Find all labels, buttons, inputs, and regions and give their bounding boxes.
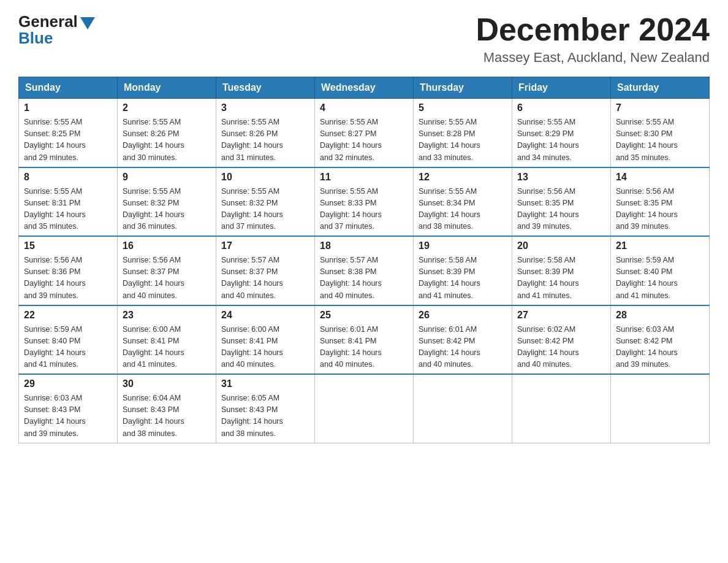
day-info: Sunrise: 5:58 AMSunset: 8:39 PMDaylight:… [517, 256, 579, 299]
day-info: Sunrise: 5:56 AMSunset: 8:36 PMDaylight:… [24, 256, 86, 299]
calendar-cell: 4 Sunrise: 5:55 AMSunset: 8:27 PMDayligh… [315, 99, 414, 167]
day-number: 18 [320, 240, 408, 251]
day-number: 28 [616, 310, 704, 321]
calendar-cell [611, 374, 710, 443]
day-number: 13 [517, 172, 605, 183]
day-number: 4 [320, 102, 408, 113]
day-info: Sunrise: 5:55 AMSunset: 8:32 PMDaylight:… [123, 187, 184, 231]
day-number: 8 [24, 172, 112, 183]
day-info: Sunrise: 5:56 AMSunset: 8:37 PMDaylight:… [123, 256, 184, 299]
calendar-week-row: 1 Sunrise: 5:55 AMSunset: 8:25 PMDayligh… [19, 99, 710, 167]
day-info: Sunrise: 6:04 AMSunset: 8:43 PMDaylight:… [123, 394, 184, 437]
day-info: Sunrise: 5:55 AMSunset: 8:29 PMDaylight:… [517, 118, 579, 161]
day-number: 21 [616, 240, 704, 251]
calendar-cell: 15 Sunrise: 5:56 AMSunset: 8:36 PMDaylig… [19, 236, 118, 305]
day-number: 15 [24, 240, 112, 251]
calendar-cell: 20 Sunrise: 5:58 AMSunset: 8:39 PMDaylig… [512, 236, 611, 305]
day-number: 14 [616, 172, 704, 183]
day-number: 17 [221, 240, 309, 251]
day-info: Sunrise: 6:05 AMSunset: 8:43 PMDaylight:… [221, 394, 283, 437]
day-info: Sunrise: 5:55 AMSunset: 8:26 PMDaylight:… [221, 118, 283, 161]
logo: General Blue [18, 12, 95, 48]
day-number: 1 [24, 102, 112, 113]
calendar-cell: 7 Sunrise: 5:55 AMSunset: 8:30 PMDayligh… [611, 99, 710, 167]
day-number: 11 [320, 172, 408, 183]
day-number: 30 [123, 378, 211, 389]
day-info: Sunrise: 6:01 AMSunset: 8:42 PMDaylight:… [419, 325, 480, 369]
main-title: December 2024 [476, 12, 710, 47]
day-info: Sunrise: 5:55 AMSunset: 8:33 PMDaylight:… [320, 187, 382, 231]
day-number: 9 [123, 172, 211, 183]
col-tuesday: Tuesday [216, 77, 315, 99]
day-info: Sunrise: 5:55 AMSunset: 8:34 PMDaylight:… [419, 187, 480, 231]
calendar-header-row: Sunday Monday Tuesday Wednesday Thursday… [19, 77, 710, 99]
calendar-cell: 26 Sunrise: 6:01 AMSunset: 8:42 PMDaylig… [414, 305, 512, 375]
day-info: Sunrise: 5:57 AMSunset: 8:38 PMDaylight:… [320, 256, 382, 299]
calendar-cell: 11 Sunrise: 5:55 AMSunset: 8:33 PMDaylig… [315, 167, 414, 237]
day-info: Sunrise: 5:55 AMSunset: 8:26 PMDaylight:… [123, 118, 184, 161]
calendar-cell: 10 Sunrise: 5:55 AMSunset: 8:32 PMDaylig… [216, 167, 315, 237]
day-number: 10 [221, 172, 309, 183]
day-number: 26 [419, 310, 507, 321]
calendar-cell: 5 Sunrise: 5:55 AMSunset: 8:28 PMDayligh… [414, 99, 512, 167]
calendar-cell: 12 Sunrise: 5:55 AMSunset: 8:34 PMDaylig… [414, 167, 512, 237]
day-number: 3 [221, 102, 309, 113]
calendar-cell: 24 Sunrise: 6:00 AMSunset: 8:41 PMDaylig… [216, 305, 315, 375]
day-number: 29 [24, 378, 112, 389]
calendar-cell: 22 Sunrise: 5:59 AMSunset: 8:40 PMDaylig… [19, 305, 118, 375]
day-info: Sunrise: 6:03 AMSunset: 8:43 PMDaylight:… [24, 394, 86, 437]
day-number: 31 [221, 378, 309, 389]
col-friday: Friday [512, 77, 611, 99]
calendar-week-row: 29 Sunrise: 6:03 AMSunset: 8:43 PMDaylig… [19, 374, 710, 443]
calendar-cell: 1 Sunrise: 5:55 AMSunset: 8:25 PMDayligh… [19, 99, 118, 167]
subtitle: Massey East, Auckland, New Zealand [476, 50, 710, 66]
calendar-cell: 16 Sunrise: 5:56 AMSunset: 8:37 PMDaylig… [118, 236, 216, 305]
day-info: Sunrise: 5:56 AMSunset: 8:35 PMDaylight:… [517, 187, 579, 231]
logo-arrow-icon [80, 17, 95, 29]
day-number: 12 [419, 172, 507, 183]
calendar-cell: 18 Sunrise: 5:57 AMSunset: 8:38 PMDaylig… [315, 236, 414, 305]
day-number: 27 [517, 310, 605, 321]
calendar-cell: 14 Sunrise: 5:56 AMSunset: 8:35 PMDaylig… [611, 167, 710, 237]
day-info: Sunrise: 6:03 AMSunset: 8:42 PMDaylight:… [616, 325, 678, 369]
calendar-cell: 2 Sunrise: 5:55 AMSunset: 8:26 PMDayligh… [118, 99, 216, 167]
day-number: 25 [320, 310, 408, 321]
day-info: Sunrise: 6:02 AMSunset: 8:42 PMDaylight:… [517, 325, 579, 369]
calendar-cell: 27 Sunrise: 6:02 AMSunset: 8:42 PMDaylig… [512, 305, 611, 375]
col-wednesday: Wednesday [315, 77, 414, 99]
day-info: Sunrise: 5:55 AMSunset: 8:31 PMDaylight:… [24, 187, 86, 231]
calendar-week-row: 8 Sunrise: 5:55 AMSunset: 8:31 PMDayligh… [19, 167, 710, 237]
day-info: Sunrise: 6:00 AMSunset: 8:41 PMDaylight:… [221, 325, 283, 369]
calendar-cell: 19 Sunrise: 5:58 AMSunset: 8:39 PMDaylig… [414, 236, 512, 305]
col-monday: Monday [118, 77, 216, 99]
day-info: Sunrise: 5:55 AMSunset: 8:32 PMDaylight:… [221, 187, 283, 231]
day-number: 2 [123, 102, 211, 113]
day-info: Sunrise: 5:57 AMSunset: 8:37 PMDaylight:… [221, 256, 283, 299]
calendar-cell: 25 Sunrise: 6:01 AMSunset: 8:41 PMDaylig… [315, 305, 414, 375]
calendar-cell [512, 374, 611, 443]
page-header: General Blue December 2024 Massey East, … [18, 12, 710, 66]
day-number: 24 [221, 310, 309, 321]
calendar-cell: 31 Sunrise: 6:05 AMSunset: 8:43 PMDaylig… [216, 374, 315, 443]
day-info: Sunrise: 5:58 AMSunset: 8:39 PMDaylight:… [419, 256, 480, 299]
day-info: Sunrise: 5:59 AMSunset: 8:40 PMDaylight:… [616, 256, 678, 299]
calendar-cell [414, 374, 512, 443]
calendar-cell: 28 Sunrise: 6:03 AMSunset: 8:42 PMDaylig… [611, 305, 710, 375]
day-number: 7 [616, 102, 704, 113]
calendar-cell: 30 Sunrise: 6:04 AMSunset: 8:43 PMDaylig… [118, 374, 216, 443]
day-number: 23 [123, 310, 211, 321]
day-info: Sunrise: 5:55 AMSunset: 8:28 PMDaylight:… [419, 118, 480, 161]
calendar-table: Sunday Monday Tuesday Wednesday Thursday… [18, 77, 710, 443]
title-block: December 2024 Massey East, Auckland, New… [476, 12, 710, 66]
calendar-cell: 8 Sunrise: 5:55 AMSunset: 8:31 PMDayligh… [19, 167, 118, 237]
day-info: Sunrise: 5:56 AMSunset: 8:35 PMDaylight:… [616, 187, 678, 231]
day-info: Sunrise: 6:01 AMSunset: 8:41 PMDaylight:… [320, 325, 382, 369]
calendar-cell: 29 Sunrise: 6:03 AMSunset: 8:43 PMDaylig… [19, 374, 118, 443]
day-info: Sunrise: 5:55 AMSunset: 8:27 PMDaylight:… [320, 118, 382, 161]
calendar-cell: 21 Sunrise: 5:59 AMSunset: 8:40 PMDaylig… [611, 236, 710, 305]
day-number: 6 [517, 102, 605, 113]
calendar-week-row: 15 Sunrise: 5:56 AMSunset: 8:36 PMDaylig… [19, 236, 710, 305]
day-number: 22 [24, 310, 112, 321]
col-sunday: Sunday [19, 77, 118, 99]
calendar-week-row: 22 Sunrise: 5:59 AMSunset: 8:40 PMDaylig… [19, 305, 710, 375]
